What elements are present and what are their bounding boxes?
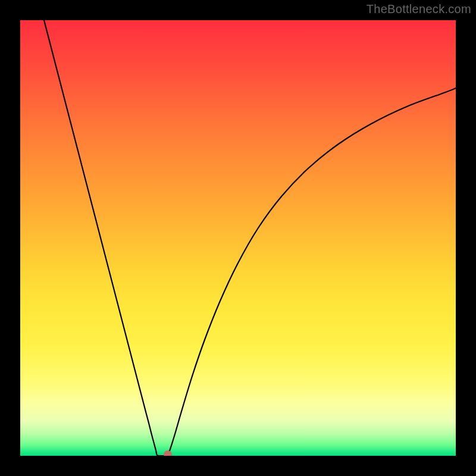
curve-path <box>44 20 456 456</box>
bottleneck-curve <box>20 20 456 456</box>
watermark-text: TheBottleneck.com <box>367 2 471 16</box>
plot-frame <box>20 20 456 456</box>
minimum-marker <box>164 450 172 456</box>
